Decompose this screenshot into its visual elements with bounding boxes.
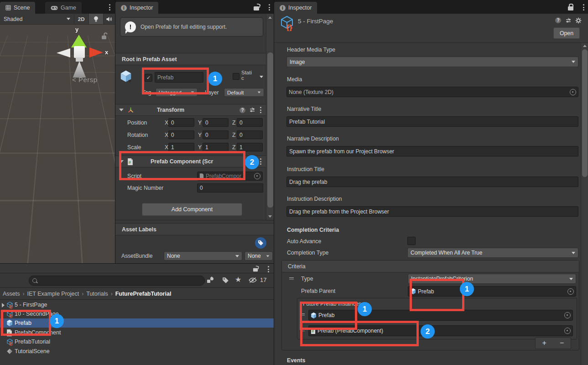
- gameobject-cube-icon[interactable]: [119, 69, 133, 83]
- project-item-prefabtutorial[interactable]: {} PrefabTutorial: [0, 337, 274, 346]
- magic-number-field[interactable]: 0: [197, 183, 263, 193]
- add-element-button[interactable]: +: [536, 338, 553, 349]
- favorites-star-icon[interactable]: ★: [235, 275, 241, 284]
- unlock-icon[interactable]: [100, 32, 108, 40]
- breadcrumb-item[interactable]: Assets: [3, 291, 20, 297]
- tag-dropdown[interactable]: Untagged: [156, 88, 198, 97]
- lock-icon[interactable]: [568, 6, 573, 10]
- project-menu-icon[interactable]: [266, 264, 271, 274]
- shading-mode-dropdown[interactable]: Shaded: [0, 14, 74, 24]
- add-component-button[interactable]: Add Component: [142, 203, 242, 216]
- static-checkbox[interactable]: [233, 73, 239, 80]
- project-item-tutorialscene[interactable]: TutorialScene: [0, 347, 274, 356]
- project-search[interactable]: [29, 276, 205, 286]
- rotation-z-field[interactable]: 0: [237, 130, 263, 139]
- reorder-handle-icon[interactable]: [300, 329, 305, 331]
- remove-element-button[interactable]: −: [553, 338, 571, 349]
- lighting-toggle-button[interactable]: [89, 14, 104, 24]
- asset-label-button[interactable]: [255, 237, 266, 249]
- search-by-type-icon[interactable]: [206, 276, 214, 284]
- scale-x-field[interactable]: 1: [168, 143, 194, 151]
- object-picker-icon[interactable]: [567, 288, 574, 295]
- scale-z-field[interactable]: 1: [237, 143, 263, 151]
- prefab-component-header[interactable]: # Prefab Component (Scr ?: [115, 156, 266, 167]
- tab-inspector-prefab[interactable]: i Inspector: [115, 2, 158, 14]
- breadcrumb-item-current[interactable]: FuturePrefabTutorial: [115, 291, 172, 297]
- transform-header[interactable]: Transform ?: [115, 104, 266, 116]
- assetbundle-dropdown[interactable]: None: [164, 251, 242, 261]
- tab-scene[interactable]: Scene: [0, 2, 35, 14]
- page-inspector-scrollbar[interactable]: [581, 43, 588, 365]
- help-icon[interactable]: ?: [239, 107, 245, 113]
- instruction-description-field[interactable]: Drag the prefab from the Project Browser: [286, 206, 578, 217]
- object-picker-icon[interactable]: [254, 173, 260, 179]
- scrollbar-thumb[interactable]: [582, 49, 588, 177]
- prefab-object[interactable]: [74, 46, 85, 58]
- help-icon[interactable]: ?: [555, 17, 561, 23]
- narrative-title-field[interactable]: Prefab Tutorial: [286, 116, 578, 127]
- y-axis-cone[interactable]: [71, 35, 87, 47]
- inspector-menu-icon[interactable]: [267, 2, 272, 12]
- scroll-up-icon[interactable]: [583, 45, 587, 47]
- instruction-title-field[interactable]: Drag the prefab: [286, 177, 578, 187]
- media-object-field[interactable]: None (Texture 2D): [286, 87, 578, 97]
- instance-2-object-field[interactable]: # Prefab (PrefabComponent): [308, 325, 573, 336]
- instance-1-object-field[interactable]: Prefab: [308, 310, 573, 321]
- criterion-type-dropdown[interactable]: InstantiatePrefabCriterion: [408, 274, 576, 284]
- component-menu-icon[interactable]: [259, 106, 262, 114]
- scroll-down-icon[interactable]: [268, 215, 272, 218]
- unlock-icon[interactable]: [254, 6, 259, 10]
- project-search-input[interactable]: [39, 277, 201, 284]
- scale-y-field[interactable]: 1: [203, 143, 229, 151]
- position-z-field[interactable]: 0: [237, 118, 263, 127]
- static-dropdown-icon[interactable]: [260, 76, 263, 78]
- project-item-secondpage[interactable]: {} 10 - SecondPage: [0, 309, 274, 318]
- rotation-y-field[interactable]: 0: [203, 130, 229, 139]
- reorder-handle-icon[interactable]: [289, 277, 294, 280]
- gameobject-active-checkbox[interactable]: ✓: [145, 74, 152, 82]
- scroll-up-icon[interactable]: [268, 16, 272, 19]
- object-picker-icon[interactable]: [564, 328, 571, 334]
- position-x-field[interactable]: 0: [168, 118, 194, 127]
- tab-inspector-page[interactable]: i Inspector: [274, 2, 317, 14]
- tab-game[interactable]: Game: [45, 2, 82, 14]
- auto-advance-checkbox[interactable]: [407, 237, 416, 245]
- narrative-description-field[interactable]: Spawn the prefab from our Project Browse…: [286, 146, 578, 156]
- scene-viewport[interactable]: y x < Persp: [0, 25, 115, 263]
- object-picker-icon[interactable]: [570, 89, 576, 95]
- scrollbar-thumb[interactable]: [267, 52, 273, 208]
- project-item-prefabcomponent[interactable]: # PrefabComponent: [0, 328, 274, 337]
- foldout-icon[interactable]: [2, 303, 5, 308]
- inspector-menu-icon[interactable]: [581, 2, 586, 12]
- rotation-x-field[interactable]: 0: [168, 130, 194, 139]
- project-item-firstpage[interactable]: {} 5 - FirstPage: [0, 300, 274, 309]
- gear-icon[interactable]: [575, 17, 582, 24]
- prefab-parent-object-field[interactable]: Prefab: [408, 286, 576, 297]
- presets-icon[interactable]: [565, 17, 572, 24]
- z-axis-cone[interactable]: [57, 48, 70, 57]
- layer-dropdown[interactable]: Default: [224, 88, 264, 97]
- hidden-count-icon[interactable]: [249, 277, 257, 283]
- presets-icon[interactable]: [249, 107, 255, 113]
- project-item-prefab[interactable]: Prefab: [0, 318, 274, 328]
- x-axis-cone[interactable]: [89, 47, 103, 57]
- scene-menu-icon[interactable]: [107, 2, 112, 12]
- foldout-icon[interactable]: [119, 160, 124, 163]
- audio-toggle-button[interactable]: [104, 14, 115, 24]
- position-y-field[interactable]: 0: [203, 118, 229, 127]
- script-object-field[interactable]: PrefabCompor: [197, 172, 263, 181]
- 2d-toggle-button[interactable]: 2D: [74, 14, 89, 24]
- open-button[interactable]: Open: [553, 27, 580, 39]
- help-icon[interactable]: ?: [250, 159, 255, 165]
- breadcrumb-item[interactable]: Tutorials: [86, 291, 108, 297]
- assetbundle-variant-dropdown[interactable]: None: [245, 251, 273, 261]
- component-menu-icon[interactable]: [259, 157, 262, 166]
- projection-gizmo-label[interactable]: < Persp: [72, 76, 98, 83]
- foldout-icon[interactable]: [119, 109, 124, 111]
- breadcrumb-item[interactable]: IET Example Project: [27, 291, 79, 297]
- inspector-scrollbar[interactable]: [266, 14, 274, 220]
- gameobject-name-field[interactable]: Prefab: [155, 72, 203, 83]
- completion-type-dropdown[interactable]: Completed When All Are True: [407, 248, 578, 258]
- search-by-label-icon[interactable]: [222, 277, 229, 284]
- object-picker-icon[interactable]: [564, 312, 571, 318]
